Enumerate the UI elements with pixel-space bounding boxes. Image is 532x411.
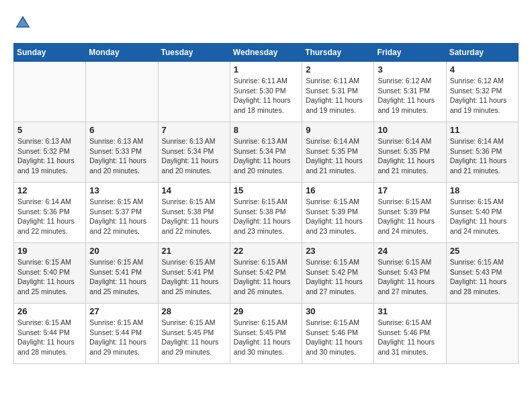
calendar-header-thursday: Thursday: [302, 44, 374, 62]
day-number: 16: [306, 185, 370, 195]
day-info: Sunrise: 6:11 AMSunset: 5:31 PMDaylight:…: [306, 76, 370, 116]
day-number: 8: [234, 125, 298, 135]
day-info: Sunrise: 6:13 AMSunset: 5:34 PMDaylight:…: [234, 136, 298, 176]
day-number: 18: [450, 185, 515, 195]
calendar-cell: 10Sunrise: 6:14 AMSunset: 5:35 PMDayligh…: [374, 122, 446, 183]
calendar-week-row: 26Sunrise: 6:15 AMSunset: 5:44 PMDayligh…: [14, 304, 519, 364]
calendar-cell: [158, 62, 230, 122]
calendar-cell: 21Sunrise: 6:15 AMSunset: 5:41 PMDayligh…: [158, 243, 230, 304]
day-info: Sunrise: 6:13 AMSunset: 5:32 PMDaylight:…: [17, 136, 82, 176]
calendar-cell: 17Sunrise: 6:15 AMSunset: 5:39 PMDayligh…: [374, 183, 446, 243]
day-number: 21: [162, 246, 226, 256]
day-info: Sunrise: 6:15 AMSunset: 5:39 PMDaylight:…: [378, 197, 442, 236]
calendar-header-wednesday: Wednesday: [230, 44, 302, 62]
calendar-cell: 25Sunrise: 6:15 AMSunset: 5:43 PMDayligh…: [446, 243, 518, 304]
calendar-week-row: 1Sunrise: 6:11 AMSunset: 5:30 PMDaylight…: [14, 62, 519, 122]
day-info: Sunrise: 6:15 AMSunset: 5:45 PMDaylight:…: [234, 318, 298, 357]
day-number: 17: [378, 185, 442, 195]
calendar-header-row: SundayMondayTuesdayWednesdayThursdayFrid…: [14, 44, 519, 62]
day-number: 4: [450, 64, 515, 75]
calendar-cell: 16Sunrise: 6:15 AMSunset: 5:39 PMDayligh…: [302, 183, 374, 243]
day-number: 15: [234, 185, 298, 195]
day-number: 10: [378, 125, 442, 135]
day-info: Sunrise: 6:14 AMSunset: 5:36 PMDaylight:…: [17, 197, 82, 236]
day-info: Sunrise: 6:14 AMSunset: 5:35 PMDaylight:…: [306, 136, 370, 176]
calendar-header-monday: Monday: [86, 44, 158, 62]
day-number: 22: [234, 246, 298, 256]
day-number: 5: [17, 125, 82, 135]
calendar-cell: 24Sunrise: 6:15 AMSunset: 5:43 PMDayligh…: [374, 243, 446, 304]
calendar-cell: 14Sunrise: 6:15 AMSunset: 5:38 PMDayligh…: [158, 183, 230, 243]
day-info: Sunrise: 6:15 AMSunset: 5:38 PMDaylight:…: [234, 197, 298, 236]
calendar-header-saturday: Saturday: [446, 44, 518, 62]
day-info: Sunrise: 6:15 AMSunset: 5:45 PMDaylight:…: [162, 318, 226, 357]
calendar-header-sunday: Sunday: [14, 44, 86, 62]
day-number: 7: [162, 125, 226, 135]
day-number: 28: [162, 306, 226, 316]
day-number: 14: [162, 185, 226, 195]
day-info: Sunrise: 6:15 AMSunset: 5:43 PMDaylight:…: [378, 257, 442, 297]
calendar-cell: 27Sunrise: 6:15 AMSunset: 5:44 PMDayligh…: [86, 304, 158, 364]
calendar-cell: [14, 62, 86, 122]
calendar-header-friday: Friday: [374, 44, 446, 62]
day-info: Sunrise: 6:12 AMSunset: 5:32 PMDaylight:…: [450, 76, 515, 116]
logo-icon: [13, 13, 32, 32]
day-number: 20: [89, 246, 154, 256]
calendar-cell: 12Sunrise: 6:14 AMSunset: 5:36 PMDayligh…: [14, 183, 86, 243]
logo: [13, 13, 35, 32]
calendar-week-row: 12Sunrise: 6:14 AMSunset: 5:36 PMDayligh…: [14, 183, 519, 243]
day-info: Sunrise: 6:13 AMSunset: 5:33 PMDaylight:…: [89, 136, 154, 176]
calendar-cell: 31Sunrise: 6:15 AMSunset: 5:46 PMDayligh…: [374, 304, 446, 364]
calendar-cell: 28Sunrise: 6:15 AMSunset: 5:45 PMDayligh…: [158, 304, 230, 364]
day-number: 11: [450, 125, 515, 135]
day-number: 1: [234, 64, 298, 75]
calendar-cell: 18Sunrise: 6:15 AMSunset: 5:40 PMDayligh…: [446, 183, 518, 243]
day-info: Sunrise: 6:15 AMSunset: 5:41 PMDaylight:…: [162, 257, 226, 297]
day-info: Sunrise: 6:15 AMSunset: 5:44 PMDaylight:…: [89, 318, 154, 357]
day-number: 29: [234, 306, 298, 316]
calendar-cell: 1Sunrise: 6:11 AMSunset: 5:30 PMDaylight…: [230, 62, 302, 122]
day-info: Sunrise: 6:15 AMSunset: 5:46 PMDaylight:…: [378, 318, 442, 357]
calendar-cell: 22Sunrise: 6:15 AMSunset: 5:42 PMDayligh…: [230, 243, 302, 304]
day-number: 27: [89, 306, 154, 316]
calendar-cell: 9Sunrise: 6:14 AMSunset: 5:35 PMDaylight…: [302, 122, 374, 183]
calendar-header-tuesday: Tuesday: [158, 44, 230, 62]
day-info: Sunrise: 6:12 AMSunset: 5:31 PMDaylight:…: [378, 76, 442, 116]
calendar-cell: 30Sunrise: 6:15 AMSunset: 5:46 PMDayligh…: [302, 304, 374, 364]
calendar-week-row: 5Sunrise: 6:13 AMSunset: 5:32 PMDaylight…: [14, 122, 519, 183]
day-info: Sunrise: 6:15 AMSunset: 5:40 PMDaylight:…: [450, 197, 515, 236]
calendar-cell: 20Sunrise: 6:15 AMSunset: 5:41 PMDayligh…: [86, 243, 158, 304]
calendar-cell: [446, 304, 518, 364]
day-info: Sunrise: 6:15 AMSunset: 5:43 PMDaylight:…: [450, 257, 515, 297]
calendar-cell: 19Sunrise: 6:15 AMSunset: 5:40 PMDayligh…: [14, 243, 86, 304]
calendar-cell: 8Sunrise: 6:13 AMSunset: 5:34 PMDaylight…: [230, 122, 302, 183]
calendar-cell: [86, 62, 158, 122]
calendar-cell: 6Sunrise: 6:13 AMSunset: 5:33 PMDaylight…: [86, 122, 158, 183]
calendar-week-row: 19Sunrise: 6:15 AMSunset: 5:40 PMDayligh…: [14, 243, 519, 304]
day-number: 26: [17, 306, 82, 316]
day-info: Sunrise: 6:15 AMSunset: 5:44 PMDaylight:…: [17, 318, 82, 357]
day-number: 13: [89, 185, 154, 195]
calendar-cell: 4Sunrise: 6:12 AMSunset: 5:32 PMDaylight…: [446, 62, 518, 122]
day-info: Sunrise: 6:13 AMSunset: 5:34 PMDaylight:…: [162, 136, 226, 176]
calendar-cell: 23Sunrise: 6:15 AMSunset: 5:42 PMDayligh…: [302, 243, 374, 304]
day-number: 24: [378, 246, 442, 256]
day-number: 12: [17, 185, 82, 195]
day-info: Sunrise: 6:14 AMSunset: 5:36 PMDaylight:…: [450, 136, 515, 176]
day-number: 23: [306, 246, 370, 256]
day-number: 30: [306, 306, 370, 316]
day-info: Sunrise: 6:15 AMSunset: 5:38 PMDaylight:…: [162, 197, 226, 236]
calendar-cell: 7Sunrise: 6:13 AMSunset: 5:34 PMDaylight…: [158, 122, 230, 183]
calendar-cell: 11Sunrise: 6:14 AMSunset: 5:36 PMDayligh…: [446, 122, 518, 183]
day-number: 9: [306, 125, 370, 135]
day-number: 31: [378, 306, 442, 316]
day-info: Sunrise: 6:15 AMSunset: 5:42 PMDaylight:…: [306, 257, 370, 297]
day-number: 6: [89, 125, 154, 135]
day-number: 3: [378, 64, 442, 75]
calendar-cell: 2Sunrise: 6:11 AMSunset: 5:31 PMDaylight…: [302, 62, 374, 122]
day-number: 25: [450, 246, 515, 256]
day-info: Sunrise: 6:15 AMSunset: 5:39 PMDaylight:…: [306, 197, 370, 236]
calendar-cell: 3Sunrise: 6:12 AMSunset: 5:31 PMDaylight…: [374, 62, 446, 122]
day-info: Sunrise: 6:15 AMSunset: 5:40 PMDaylight:…: [17, 257, 82, 297]
calendar-table: SundayMondayTuesdayWednesdayThursdayFrid…: [13, 43, 519, 364]
